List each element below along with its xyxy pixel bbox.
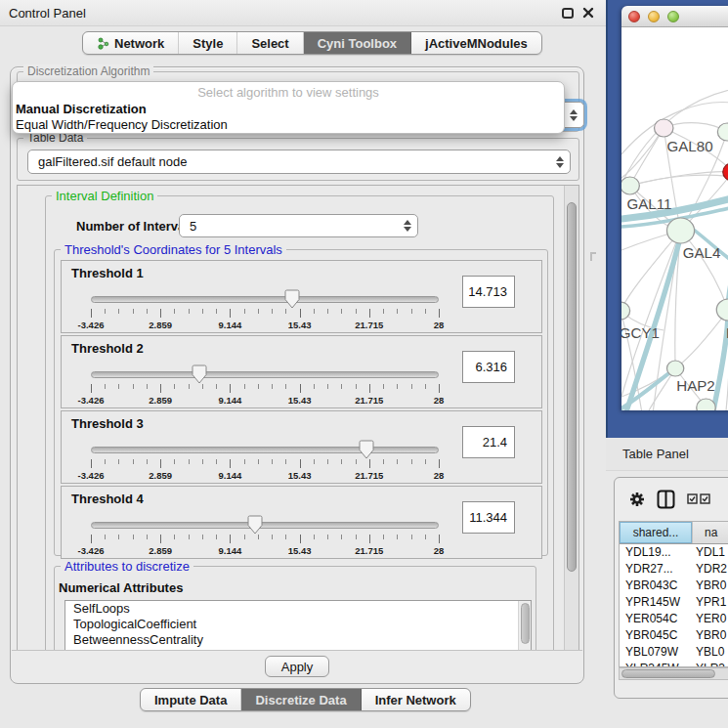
scrollbar-thumb[interactable]	[567, 202, 577, 572]
scrollbar-thumb[interactable]	[621, 669, 715, 678]
close-icon[interactable]	[582, 7, 594, 19]
checkbox-columns-icon[interactable]	[687, 493, 710, 504]
table-panel-title: Table Panel	[622, 447, 689, 461]
threshold-4-row: Threshold 4 -3.4262.8599.14415.4321.7152…	[61, 486, 542, 559]
table-row[interactable]: YDR27...YDR2	[620, 561, 728, 578]
table-row[interactable]: YBR043CYBR0	[620, 578, 728, 594]
panel-title: Control Panel	[9, 6, 86, 21]
column-header-name[interactable]: na	[692, 522, 728, 543]
control-panel-titlebar: Control Panel	[0, 0, 606, 26]
node-bottom[interactable]	[697, 399, 715, 410]
table-row[interactable]: YER054CYER0	[620, 611, 728, 627]
combo-arrows-icon	[564, 109, 583, 121]
node-hap2[interactable]	[666, 361, 683, 376]
tab-discretize-data[interactable]: Discretize Data	[241, 689, 361, 710]
slider-track[interactable]	[91, 522, 439, 529]
number-of-intervals-label: Number of Intervals	[76, 219, 195, 234]
close-traffic-light-icon[interactable]	[628, 11, 640, 22]
tab-infer-network[interactable]: Infer Network	[362, 689, 470, 710]
table-data-group: Table Data galFiltered.sif default node	[17, 138, 579, 181]
attributes-group-label: Attributes to discretize	[61, 559, 193, 574]
threshold-1-value-field[interactable]: 14.713	[462, 276, 515, 308]
threshold-1-slider[interactable]: -3.4262.8599.14415.4321.71528	[91, 284, 440, 331]
numerical-attributes-list: SelfLoops TopologicalCoefficient Between…	[64, 600, 532, 651]
threshold-3-label: Threshold 3	[71, 416, 144, 431]
slider-handle[interactable]	[359, 440, 374, 459]
tab-select[interactable]: Select	[237, 32, 303, 54]
threshold-4-value-field[interactable]: 11.344	[462, 501, 515, 534]
number-of-intervals-combobox[interactable]: 5	[179, 214, 418, 237]
bottom-tab-bar: Impute Data Discretize Data Infer Networ…	[140, 688, 471, 711]
node-gal80[interactable]	[655, 119, 673, 137]
split-divider-handle[interactable]	[590, 252, 596, 261]
network-desktop-background: GAL80 G C GAL11 GAL4 GCY1 H HAP2	[606, 0, 728, 438]
threshold-2-slider[interactable]: -3.4262.8599.14415.4321.71528	[91, 360, 440, 407]
interval-definition-group: Interval Definition Number of Intervals …	[45, 195, 554, 651]
list-scrollbar[interactable]	[518, 601, 531, 651]
node-red[interactable]	[723, 163, 728, 181]
gear-icon[interactable]	[629, 492, 645, 507]
node-gal11[interactable]	[621, 177, 639, 194]
split-table-icon[interactable]	[657, 490, 675, 509]
node-label: GCY1	[621, 326, 660, 341]
threshold-2-value-field[interactable]: 6.316	[462, 351, 515, 383]
node-table: shared... na YDL19...YDL1 YDR27...YDR2 Y…	[619, 521, 728, 667]
threshold-4-slider[interactable]: -3.4262.8599.14415.4321.71528	[91, 510, 440, 557]
slider-track[interactable]	[91, 447, 439, 453]
table-row[interactable]: YLR345WYLR3	[620, 661, 728, 667]
table-row[interactable]: YDL19...YDL1	[620, 544, 728, 561]
threshold-1-label: Threshold 1	[71, 266, 144, 280]
network-graph: GAL80 G C GAL11 GAL4 GCY1 H HAP2	[621, 27, 728, 410]
node-g[interactable]	[717, 123, 728, 141]
slider-handle[interactable]	[247, 515, 263, 535]
apply-row: Apply	[12, 650, 582, 682]
apply-button[interactable]: Apply	[265, 656, 330, 677]
dropdown-prompt[interactable]: Select algorithm to view settings	[13, 85, 564, 102]
network-window-titlebar[interactable]	[621, 6, 728, 27]
settings-scrollbar[interactable]	[564, 186, 578, 650]
threshold-3-value-field[interactable]: 21.4	[462, 426, 515, 458]
control-panel: Control Panel Network Style Sele	[0, 0, 606, 728]
table-row[interactable]: YPR145WYPR1	[620, 594, 728, 611]
float-window-icon[interactable]	[562, 8, 574, 19]
dropdown-option-equal-width[interactable]: Equal Width/Frequency Discretization	[13, 117, 564, 133]
top-tab-bar: Network Style Select Cyni Toolbox jActiv…	[0, 27, 606, 57]
tab-jactivemnodules[interactable]: jActiveMNodules	[411, 32, 541, 54]
table-row[interactable]: YBR045CYBR0	[620, 627, 728, 644]
scrollbar-thumb[interactable]	[521, 603, 530, 644]
table-data-combobox[interactable]: galFiltered.sif default node	[27, 150, 571, 174]
tab-impute-data[interactable]: Impute Data	[141, 689, 241, 710]
dropdown-option-manual[interactable]: Manual Discretization	[13, 102, 564, 117]
threshold-2-row: Threshold 2 -3.4262.8599.14415.4321.7152…	[61, 335, 542, 408]
slider-track[interactable]	[91, 296, 439, 303]
slider-handle[interactable]	[284, 289, 300, 309]
settings-scroll-area: Interval Definition Number of Intervals …	[17, 185, 579, 651]
zoom-traffic-light-icon[interactable]	[667, 11, 679, 22]
list-item[interactable]: BetweennessCentrality	[65, 632, 531, 648]
thresholds-group: Threshold's Coordinates for 5 Intervals …	[54, 249, 548, 556]
number-of-intervals-value: 5	[190, 219, 398, 234]
threshold-3-slider[interactable]: -3.4262.8599.14415.4321.71528	[91, 435, 440, 482]
column-header-shared-name[interactable]: shared...	[620, 522, 692, 543]
node-h[interactable]	[716, 299, 728, 321]
node-gal4[interactable]	[666, 218, 694, 243]
minimize-traffic-light-icon[interactable]	[648, 11, 660, 22]
table-row[interactable]: YBL079WYBL0	[620, 644, 728, 661]
slider-track[interactable]	[91, 371, 439, 378]
numerical-attributes-label: Numerical Attributes	[59, 580, 183, 595]
list-item[interactable]: SelfLoops	[65, 601, 531, 617]
slider-handle[interactable]	[192, 364, 207, 384]
interval-definition-label: Interval Definition	[52, 189, 157, 203]
tab-style[interactable]: Style	[179, 32, 237, 54]
threshold-1-row: Threshold 1 -3.4262.8599.14415.4321.7152…	[61, 260, 542, 333]
list-item[interactable]: TopologicalCoefficient	[65, 617, 531, 632]
algorithm-dropdown-popup: Select algorithm to view settings Manual…	[12, 81, 565, 134]
thresholds-group-label: Threshold's Coordinates for 5 Intervals	[61, 242, 286, 257]
network-icon	[97, 37, 109, 50]
table-header-row: shared... na	[620, 522, 728, 544]
threshold-2-label: Threshold 2	[71, 341, 144, 356]
tab-network[interactable]: Network	[83, 32, 179, 54]
network-canvas[interactable]: GAL80 G C GAL11 GAL4 GCY1 H HAP2	[621, 27, 728, 410]
tab-cyni-toolbox[interactable]: Cyni Toolbox	[304, 32, 411, 54]
table-horizontal-scrollbar[interactable]	[619, 667, 728, 680]
